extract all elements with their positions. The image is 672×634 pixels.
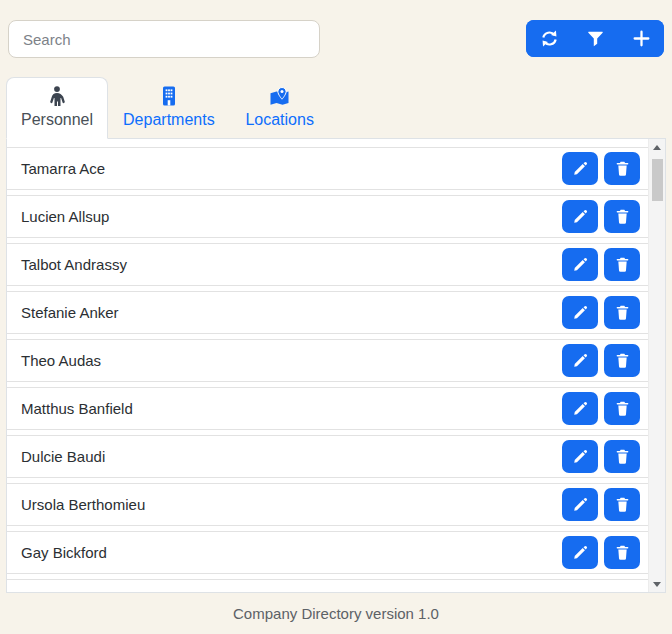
- trash-icon: [614, 160, 631, 177]
- personnel-row: Lucien Allsup: [7, 195, 648, 238]
- search-input[interactable]: [8, 20, 320, 58]
- personnel-row: Ursola Berthomieu: [7, 483, 648, 526]
- pencil-icon: [572, 544, 589, 561]
- personnel-name: Tamarra Ace: [21, 160, 105, 177]
- trash-icon: [614, 448, 631, 465]
- add-button[interactable]: [618, 20, 664, 57]
- delete-button[interactable]: [604, 440, 640, 473]
- tab-departments-label: Departments: [123, 111, 215, 129]
- person-icon: [47, 86, 67, 106]
- scroll-down-button[interactable]: [649, 576, 666, 592]
- building-icon: [159, 86, 179, 106]
- personnel-name: Gay Bickford: [21, 544, 107, 561]
- company-directory-app: Personnel Departments Locations Tamarra …: [0, 0, 672, 622]
- triangle-down-icon: [653, 582, 661, 587]
- personnel-row: Theo Audas: [7, 339, 648, 382]
- refresh-button[interactable]: [526, 20, 572, 57]
- personnel-row: Matthus Banfield: [7, 387, 648, 430]
- delete-button[interactable]: [604, 296, 640, 329]
- pencil-icon: [572, 400, 589, 417]
- trash-icon: [614, 400, 631, 417]
- triangle-up-icon: [653, 145, 661, 150]
- edit-button[interactable]: [562, 440, 598, 473]
- personnel-row: Tamarra Ace: [7, 147, 648, 190]
- trash-icon: [614, 256, 631, 273]
- edit-button[interactable]: [562, 200, 598, 233]
- pencil-icon: [572, 496, 589, 513]
- row-actions: [562, 200, 640, 233]
- edit-button[interactable]: [562, 248, 598, 281]
- personnel-name: Theo Audas: [21, 352, 101, 369]
- delete-button[interactable]: [604, 392, 640, 425]
- edit-button[interactable]: [562, 488, 598, 521]
- row-actions: [562, 488, 640, 521]
- personnel-row: Dulcie Baudi: [7, 435, 648, 478]
- row-actions: [562, 296, 640, 329]
- edit-button[interactable]: [562, 392, 598, 425]
- pencil-icon: [572, 352, 589, 369]
- pencil-icon: [572, 160, 589, 177]
- personnel-panel: Tamarra Ace Lucien Allsup Talbot Andrass…: [6, 138, 666, 593]
- edit-button[interactable]: [562, 344, 598, 377]
- row-actions: [562, 344, 640, 377]
- toolbar-button-group: [526, 20, 664, 57]
- delete-button[interactable]: [604, 200, 640, 233]
- row-actions: [562, 152, 640, 185]
- personnel-row: Talbot Andrassy: [7, 243, 648, 286]
- personnel-row-partial: [7, 579, 648, 592]
- tab-personnel[interactable]: Personnel: [6, 77, 108, 139]
- trash-icon: [614, 208, 631, 225]
- personnel-name: Talbot Andrassy: [21, 256, 127, 273]
- tab-locations-label: Locations: [245, 111, 314, 129]
- personnel-row: Stefanie Anker: [7, 291, 648, 334]
- tab-personnel-label: Personnel: [21, 111, 93, 129]
- delete-button[interactable]: [604, 248, 640, 281]
- personnel-name: Ursola Berthomieu: [21, 496, 145, 513]
- edit-button[interactable]: [562, 536, 598, 569]
- pencil-icon: [572, 256, 589, 273]
- trash-icon: [614, 544, 631, 561]
- filter-icon: [587, 30, 604, 47]
- personnel-name: Lucien Allsup: [21, 208, 109, 225]
- personnel-name: Matthus Banfield: [21, 400, 133, 417]
- scrollbar-thumb[interactable]: [652, 159, 663, 201]
- row-actions: [562, 536, 640, 569]
- tab-locations[interactable]: Locations: [230, 77, 330, 139]
- scroll-up-button[interactable]: [649, 139, 666, 155]
- row-actions: [562, 392, 640, 425]
- plus-icon: [632, 29, 651, 48]
- personnel-list: Tamarra Ace Lucien Allsup Talbot Andrass…: [7, 139, 648, 592]
- scrollbar[interactable]: [648, 139, 665, 592]
- row-actions: [562, 248, 640, 281]
- row-actions: [562, 440, 640, 473]
- personnel-name: Stefanie Anker: [21, 304, 119, 321]
- tab-departments[interactable]: Departments: [108, 77, 230, 139]
- edit-button[interactable]: [562, 152, 598, 185]
- trash-icon: [614, 304, 631, 321]
- pencil-icon: [572, 208, 589, 225]
- toolbar: [6, 20, 666, 58]
- delete-button[interactable]: [604, 536, 640, 569]
- map-location-icon: [269, 86, 290, 106]
- edit-button[interactable]: [562, 296, 598, 329]
- delete-button[interactable]: [604, 488, 640, 521]
- personnel-name: Dulcie Baudi: [21, 448, 105, 465]
- trash-icon: [614, 496, 631, 513]
- filter-button[interactable]: [572, 20, 618, 57]
- pencil-icon: [572, 304, 589, 321]
- delete-button[interactable]: [604, 152, 640, 185]
- tab-bar: Personnel Departments Locations: [6, 77, 666, 138]
- footer-text: Company Directory version 1.0: [6, 605, 666, 622]
- delete-button[interactable]: [604, 344, 640, 377]
- trash-icon: [614, 352, 631, 369]
- refresh-icon: [540, 29, 559, 48]
- personnel-row: Gay Bickford: [7, 531, 648, 574]
- pencil-icon: [572, 448, 589, 465]
